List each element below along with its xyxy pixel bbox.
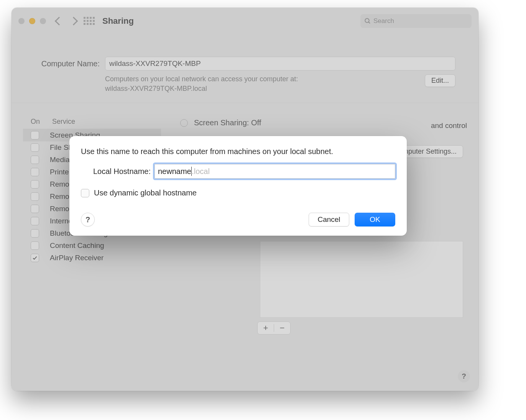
dynamic-hostname-checkbox[interactable] — [81, 189, 89, 197]
allowed-users-list[interactable] — [260, 241, 463, 318]
service-checkbox[interactable] — [31, 131, 39, 139]
sidebar-header: On Service — [23, 115, 161, 129]
ok-button[interactable]: OK — [355, 213, 395, 226]
help-button[interactable]: ? — [458, 370, 470, 382]
edit-hostname-button[interactable]: Edit... — [425, 74, 455, 87]
back-button[interactable] — [55, 16, 64, 25]
toolbar: Sharing Search — [12, 8, 478, 34]
service-checkbox[interactable] — [31, 229, 39, 238]
edit-hostname-dialog: Use this name to reach this computer fro… — [69, 136, 407, 236]
service-checkbox[interactable] — [31, 168, 39, 176]
dialog-footer: ? Cancel OK — [81, 213, 395, 226]
show-all-icon[interactable] — [84, 17, 95, 25]
dynamic-hostname-row: Use dynamic global hostname — [81, 189, 395, 197]
service-status-text: Screen Sharing: Off — [194, 118, 261, 127]
add-button[interactable]: + — [258, 323, 274, 333]
dialog-help-button[interactable]: ? — [81, 213, 95, 226]
description-fragment: and control — [431, 121, 467, 130]
status-indicator-icon — [180, 119, 188, 127]
window-title: Sharing — [102, 16, 134, 26]
computer-name-hint: Computers on your local network can acce… — [105, 74, 419, 94]
hostname-row: Local Hostname: newname.local — [81, 164, 395, 179]
dialog-message: Use this name to reach this computer fro… — [81, 146, 395, 157]
col-on: On — [31, 118, 52, 126]
close-window-button[interactable] — [18, 18, 25, 24]
hostname-input[interactable]: newname.local — [155, 164, 395, 179]
computer-name-field[interactable]: wildass-XXVR279TQK-MBP — [105, 57, 455, 71]
service-checkbox[interactable] — [31, 217, 39, 225]
window-controls — [18, 18, 46, 24]
hostname-suffix: .local — [192, 167, 210, 176]
service-checkbox[interactable] — [31, 156, 39, 164]
service-checkbox[interactable] — [31, 241, 39, 250]
svg-point-0 — [365, 18, 369, 23]
hostname-label: Local Hostname: — [81, 167, 155, 176]
service-row[interactable]: Content Caching — [23, 240, 161, 252]
cancel-button[interactable]: Cancel — [309, 213, 349, 226]
service-checkbox[interactable] — [31, 205, 39, 213]
service-status-row: Screen Sharing: Off — [180, 118, 455, 127]
remove-button[interactable]: − — [274, 323, 290, 333]
service-checkbox[interactable] — [31, 192, 39, 201]
zoom-window-button[interactable] — [40, 18, 46, 24]
service-checkbox[interactable] — [31, 254, 39, 262]
svg-line-1 — [368, 22, 370, 23]
minimize-window-button[interactable] — [29, 18, 35, 24]
service-label: AirPlay Receiver — [50, 254, 104, 262]
search-icon — [364, 18, 371, 25]
dynamic-hostname-label: Use dynamic global hostname — [94, 189, 197, 197]
service-checkbox[interactable] — [31, 143, 39, 152]
service-checkbox[interactable] — [31, 180, 39, 189]
forward-button[interactable] — [69, 16, 78, 25]
col-service: Service — [52, 118, 75, 126]
hostname-value: newname — [158, 167, 191, 176]
search-placeholder: Search — [373, 17, 394, 25]
nav-buttons — [56, 18, 77, 24]
computer-name-label: Computer Name: — [35, 59, 100, 68]
add-remove-controls: + − — [257, 322, 291, 335]
computer-name-section: Computer Name: wildass-XXVR279TQK-MBP Co… — [12, 34, 478, 103]
search-input[interactable]: Search — [360, 14, 472, 28]
service-label: Content Caching — [50, 241, 104, 250]
service-row[interactable]: AirPlay Receiver — [23, 252, 161, 264]
